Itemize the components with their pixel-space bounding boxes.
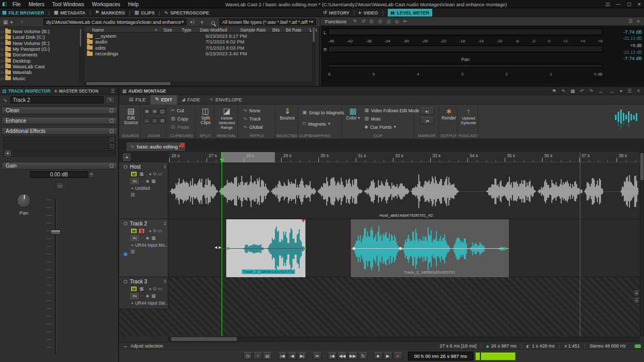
delete-selected-range-button[interactable]: ◪Delete Selected Range <box>216 107 238 130</box>
path-dropdown-icon[interactable]: ▾ <box>181 20 184 24</box>
tree-item[interactable]: ▷Documents <box>1 52 78 57</box>
goto-start-button[interactable]: |◀ <box>328 352 336 359</box>
upload-episode-button[interactable]: ↑Upload Episode <box>459 107 478 125</box>
routing-icon[interactable]: ◈ <box>145 179 149 184</box>
tab-video[interactable]: ▸VIDEO <box>359 10 378 16</box>
tab-markers[interactable]: ⚑MARKERS <box>95 10 125 16</box>
cue-points-dropdown[interactable]: ◆Cue Points▾ <box>364 123 396 131</box>
envelope-node[interactable] <box>227 247 229 250</box>
tab-track-inspector[interactable]: TRACK INSPECTOR <box>8 88 51 94</box>
mute-button[interactable]: M <box>130 228 137 234</box>
status-audio-format[interactable]: Stereo 48 000 Hz <box>584 343 631 349</box>
solo-button[interactable]: S <box>138 286 145 292</box>
panel-close-icon[interactable]: × <box>637 19 640 24</box>
snap-to-magnets-toggle[interactable]: ▣Snap to Magnets <box>302 109 344 116</box>
cut-button[interactable]: ✂Cut <box>171 107 184 114</box>
zoom-fit-button[interactable]: ⊡ <box>159 118 166 124</box>
metronome-button[interactable]: ◔ <box>253 352 262 359</box>
track-name[interactable]: Track 3 <box>130 279 147 284</box>
enhance-section-header[interactable]: Enhance <box>2 117 118 125</box>
input-button[interactable]: IN <box>130 178 139 184</box>
display-icon[interactable]: ▭ <box>157 286 162 291</box>
routing-icon[interactable]: ◈ <box>145 236 149 240</box>
grid-icon[interactable]: ▦ <box>151 294 156 298</box>
bypass-icon[interactable] <box>110 119 113 123</box>
file-row[interactable]: recordings6/23/2023 3:40 PM <box>85 51 313 56</box>
status-cursor-time[interactable]: ◆26 s 987 ms <box>481 343 521 349</box>
tree-item[interactable]: ▷WaveLab Cast <box>1 64 78 69</box>
render-button[interactable]: ∗Render <box>440 107 458 120</box>
gain-section-header[interactable]: Gain <box>2 162 118 170</box>
dropdown-icon[interactable]: ▾ <box>620 89 623 94</box>
clip-color-button[interactable]: ▦Color▾ <box>344 107 362 120</box>
goto-selection-end-button[interactable]: ▶| <box>298 352 306 359</box>
expand-arrow-icon[interactable]: ▷ <box>1 77 4 80</box>
tab-history[interactable]: ↺HISTORY <box>323 10 349 16</box>
track2-clip2-label[interactable]: Track_2_18f0fd1d2c920701 <box>404 270 455 275</box>
monitor-icon[interactable]: ⊙ <box>153 286 157 291</box>
path-input[interactable]: dy1\Music\WaveLab Cast Audio Montages\cl… <box>43 19 186 25</box>
zoom-selection-button[interactable]: ▢ <box>159 109 166 114</box>
pencil-icon[interactable]: ✎ <box>561 89 565 94</box>
track-focus-ring[interactable] <box>124 222 127 225</box>
solo-button[interactable]: S <box>138 171 145 177</box>
mute-button[interactable]: M <box>130 171 137 177</box>
tree-item[interactable]: ▷Local Disk (C:) <box>1 34 78 40</box>
play-button[interactable]: ▶ <box>384 352 392 359</box>
inspector-menu-icon[interactable]: ☰ <box>111 89 115 94</box>
status-zoom-ratio[interactable]: x 1:451 <box>559 343 584 349</box>
grid-icon[interactable]: ▦ <box>151 179 156 184</box>
bypass-icon[interactable] <box>110 129 113 133</box>
solo-button[interactable]: S <box>138 228 145 234</box>
undo-icon[interactable]: ↶ <box>580 89 584 94</box>
time-ruler[interactable]: 26 s27 s28 s29 s30 s31 s32 s33 s34 s35 s… <box>168 152 640 162</box>
expand-arrow-icon[interactable]: ▷ <box>1 41 4 45</box>
menu-meters[interactable]: Meters <box>28 2 45 7</box>
record-arm-icon[interactable]: ● <box>141 294 143 298</box>
insert-marker-button[interactable]: ▸| <box>420 108 434 115</box>
spin-down-icon[interactable]: ▾ <box>92 172 93 175</box>
tree-item[interactable]: ▷Desktop <box>1 57 78 63</box>
track3-header[interactable]: 3 Track 3 M S ◄ ⊙ ▭ IN ● ◈ ▦ ◄UR44 Input… <box>119 277 168 309</box>
video-follows-edit-mode-toggle[interactable]: ▦Video Follows Edit Mode <box>364 107 419 114</box>
track2-clip1-label[interactable]: Track_2_18f0fd1d2c920701 <box>242 269 295 274</box>
monitor-icon[interactable]: ⊙ <box>153 172 157 176</box>
bypass-icon[interactable] <box>110 164 113 168</box>
montage-vscrollbar[interactable] <box>640 152 644 336</box>
bounce-button[interactable]: ⇓Bounce <box>276 107 298 120</box>
clip-mute-toggle[interactable]: ▨Mute <box>364 115 380 123</box>
secondary-cursor-line[interactable] <box>580 152 580 336</box>
add-effect-button[interactable]: + <box>5 150 11 156</box>
tab-fade[interactable]: ◢FADE <box>177 95 205 104</box>
envelope-node[interactable] <box>504 247 506 250</box>
record-button[interactable]: ● <box>393 352 402 359</box>
input-button[interactable]: IN <box>130 235 139 241</box>
close-button[interactable]: × <box>638 1 641 7</box>
menu-workspaces[interactable]: Workspaces <box>92 2 120 7</box>
host-track-header[interactable]: 1 Host M S ◄ ⊙ ▭ IN ● ◈ ▦ ◄Untitled ▥ <box>119 162 168 219</box>
tab-file[interactable]: ▤FILE <box>124 95 151 104</box>
file-type-filter[interactable]: All known file types (*.wav *.bwf *.aif … <box>219 19 316 25</box>
preroll-clock-button[interactable]: ◷ <box>243 352 252 359</box>
tab-envelope[interactable]: ∿ENVELOPE <box>205 95 247 104</box>
zoom-vertical-button[interactable]: ↕ <box>151 118 158 124</box>
tree-item[interactable]: ▷My Passport (G:) <box>1 46 78 52</box>
track-input-name[interactable]: UR44 Input Ste... <box>135 300 168 306</box>
gain-spinner[interactable]: ▴▾ <box>89 171 94 178</box>
ripple-global-button[interactable]: ∿Global <box>243 123 263 131</box>
track-selector[interactable]: Track 2 <box>10 96 104 103</box>
volume-fader-handle[interactable] <box>51 230 61 234</box>
tab-metadata[interactable]: ▦METADATA <box>54 10 85 16</box>
sort-asc-icon[interactable]: ▲ <box>154 28 157 31</box>
copy-button[interactable]: ▥Copy <box>171 115 188 123</box>
bypass-icon[interactable] <box>110 109 113 112</box>
expand-arrow-icon[interactable]: ▷ <box>1 47 4 51</box>
expand-arrow-icon[interactable]: ▷ <box>1 70 4 74</box>
host-clip-label[interactable]: Host_ab814dd4792f0701_#2 <box>379 213 433 218</box>
tab-clips[interactable]: ▥CLIPS <box>135 10 155 16</box>
tab-master-section[interactable]: MASTER SECTION <box>59 88 98 94</box>
monitor-icon[interactable]: ⊙ <box>153 229 157 233</box>
tab-level-meter[interactable]: ▮▮LEVEL METER <box>388 9 433 17</box>
record-arm-icon[interactable]: ● <box>141 179 143 184</box>
flag-icon[interactable]: ⚑ <box>552 89 556 94</box>
